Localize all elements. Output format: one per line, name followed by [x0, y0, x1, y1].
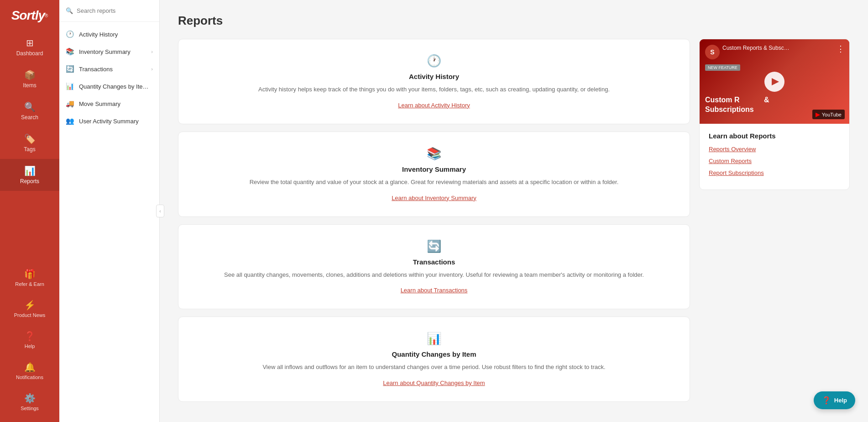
- main-content: Reports 🕐 Activity History Activity hist…: [160, 0, 868, 422]
- sidebar-item-product-news[interactable]: ⚡ Product News: [0, 293, 59, 324]
- transactions-card-title: Transactions: [197, 258, 671, 266]
- quantity-changes-card-desc: View all inflows and outflows for an ite…: [197, 363, 671, 372]
- activity-history-card-title: Activity History: [197, 73, 671, 80]
- reports-icon: 📊: [24, 165, 36, 176]
- sidebar-item-dashboard[interactable]: ⊞ Dashboard: [0, 31, 59, 63]
- report-card-inventory-summary: 📚 Inventory Summary Review the total qua…: [178, 132, 690, 217]
- chevron-right-icon: ›: [151, 66, 153, 72]
- youtube-icon: ▶: [816, 111, 820, 118]
- dashboard-icon: ⊞: [26, 37, 34, 48]
- sidebar-item-search[interactable]: 🔍 Search: [0, 95, 59, 127]
- sidebar-item-label: Reports: [20, 178, 39, 185]
- sub-sidebar-items: 🕐 Activity History 📚 Inventory Summary ›…: [59, 22, 159, 133]
- side-link-custom-reports[interactable]: Custom Reports: [709, 157, 840, 165]
- transactions-card-link[interactable]: Learn about Transactions: [401, 287, 468, 294]
- inventory-summary-card-link[interactable]: Learn about Inventory Summary: [392, 195, 476, 201]
- sidebar-item-tags[interactable]: 🏷️ Tags: [0, 127, 59, 159]
- move-summary-icon: 🚚: [66, 100, 74, 108]
- video-title-line1: Custom Reports &: [705, 95, 769, 105]
- help-icon: ❓: [24, 331, 36, 342]
- video-title-overlay: Custom Reports & Subscriptions: [705, 95, 769, 115]
- quantity-changes-card-icon: 📊: [197, 332, 671, 346]
- sub-sidebar-item-inventory-summary[interactable]: 📚 Inventory Summary ›: [59, 43, 159, 60]
- side-links: Learn about Reports Reports Overview Cus…: [700, 124, 849, 190]
- video-logo: S: [705, 45, 720, 59]
- sub-sidebar-item-user-activity[interactable]: 👥 User Activity Summary: [59, 112, 159, 130]
- sub-sidebar: 🔍 🕐 Activity History 📚 Inventory Summary…: [59, 0, 160, 422]
- sidebar-item-settings[interactable]: ⚙️ Settings: [0, 386, 59, 417]
- sidebar-item-refer[interactable]: 🎁 Refer & Earn: [0, 262, 59, 293]
- sidebar-item-label: Tags: [24, 146, 35, 153]
- sub-sidebar-item-label: User Activity Summary: [79, 118, 139, 125]
- tags-icon: 🏷️: [24, 133, 36, 144]
- sub-sidebar-wrapper: 🔍 🕐 Activity History 📚 Inventory Summary…: [59, 0, 160, 422]
- search-bar-icon: 🔍: [66, 7, 73, 14]
- refer-icon: 🎁: [24, 269, 36, 280]
- sidebar-item-label: Notifications: [16, 375, 43, 380]
- sidebar-item-label: Settings: [21, 406, 39, 411]
- sidebar-nav: ⊞ Dashboard 📦 Items 🔍 Search 🏷️ Tags 📊 R…: [0, 31, 59, 262]
- brand-superscript: ®: [45, 13, 48, 18]
- quantity-changes-card-title: Quantity Changes by Item: [197, 350, 671, 358]
- sub-sidebar-item-activity-history[interactable]: 🕐 Activity History: [59, 26, 159, 43]
- sidebar-item-label: Items: [23, 82, 36, 89]
- sidebar-item-help[interactable]: ❓ Help: [0, 324, 59, 355]
- sub-sidebar-item-label: Activity History: [79, 31, 118, 38]
- sidebar-bottom: 🎁 Refer & Earn ⚡ Product News ❓ Help 🔔 N…: [0, 262, 59, 422]
- sidebar-item-label: Dashboard: [16, 50, 43, 57]
- cards-column: 🕐 Activity History Activity history help…: [178, 39, 690, 402]
- help-fab-label: Help: [834, 397, 847, 404]
- activity-history-card-link[interactable]: Learn about Activity History: [398, 102, 470, 109]
- new-feature-badge: NEW FEATURE: [705, 64, 740, 71]
- page-title: Reports: [178, 14, 850, 28]
- chevron-right-icon: ›: [151, 49, 153, 54]
- content-grid: 🕐 Activity History Activity history help…: [178, 39, 850, 402]
- quantity-changes-icon: 📊: [66, 82, 74, 90]
- help-fab-icon: ❓: [822, 396, 831, 405]
- side-link-reports-overview[interactable]: Reports Overview: [709, 145, 840, 153]
- user-activity-icon: 👥: [66, 117, 74, 125]
- help-fab-button[interactable]: ❓ Help: [814, 391, 855, 409]
- video-thumbnail[interactable]: S Custom Reports & Subsc… NEW FEATURE Cu…: [700, 39, 849, 124]
- activity-history-card-icon: 🕐: [197, 54, 671, 68]
- inventory-summary-card-icon: 📚: [197, 147, 671, 161]
- activity-history-card-desc: Activity history helps keep track of the…: [197, 85, 671, 95]
- video-menu-button[interactable]: ⋮: [837, 44, 845, 54]
- search-bar[interactable]: 🔍: [59, 0, 159, 22]
- sub-sidebar-item-quantity-changes[interactable]: 📊 Quantity Changes by Ite…: [59, 78, 159, 95]
- video-title-line2: Subscriptions: [705, 105, 769, 115]
- transactions-icon: 🔄: [66, 65, 74, 73]
- quantity-changes-card-link[interactable]: Learn about Quantity Changes by Item: [383, 380, 485, 386]
- sidebar-item-notifications[interactable]: 🔔 Notifications: [0, 355, 59, 386]
- side-link-report-subscriptions[interactable]: Report Subscriptions: [709, 169, 840, 177]
- notifications-icon: 🔔: [24, 362, 36, 373]
- side-panel: S Custom Reports & Subsc… NEW FEATURE Cu…: [699, 39, 850, 190]
- sidebar-item-label: Help: [25, 343, 35, 349]
- search-icon: 🔍: [24, 101, 36, 112]
- logo[interactable]: Sortly®: [0, 0, 59, 31]
- sub-sidebar-item-move-summary[interactable]: 🚚 Move Summary: [59, 95, 159, 112]
- youtube-label: YouTube: [822, 112, 842, 117]
- sub-sidebar-item-transactions[interactable]: 🔄 Transactions ›: [59, 60, 159, 78]
- sidebar-item-label: Search: [21, 114, 38, 121]
- video-label: Custom Reports & Subsc…: [722, 45, 790, 51]
- sub-sidebar-item-label: Quantity Changes by Ite…: [79, 83, 148, 90]
- inventory-summary-icon: 📚: [66, 47, 74, 56]
- sidebar-item-label: Product News: [14, 312, 45, 318]
- report-card-transactions: 🔄 Transactions See all quantity changes,…: [178, 224, 690, 310]
- sidebar-item-reports[interactable]: 📊 Reports: [0, 159, 59, 191]
- report-card-quantity-changes: 📊 Quantity Changes by Item View all infl…: [178, 316, 690, 402]
- sub-sidebar-item-label: Inventory Summary: [79, 48, 131, 55]
- items-icon: 📦: [24, 69, 36, 80]
- activity-history-icon: 🕐: [66, 30, 74, 38]
- sidebar-item-label: Refer & Earn: [15, 281, 44, 287]
- product-news-icon: ⚡: [24, 300, 36, 311]
- transactions-card-icon: 🔄: [197, 239, 671, 253]
- sidebar-item-items[interactable]: 📦 Items: [0, 63, 59, 95]
- search-input[interactable]: [77, 7, 153, 14]
- play-button[interactable]: [764, 72, 784, 92]
- sub-sidebar-item-label: Transactions: [79, 66, 113, 73]
- inventory-summary-card-title: Inventory Summary: [197, 165, 671, 173]
- collapse-handle[interactable]: ‹: [156, 205, 164, 217]
- settings-icon: ⚙️: [24, 393, 36, 404]
